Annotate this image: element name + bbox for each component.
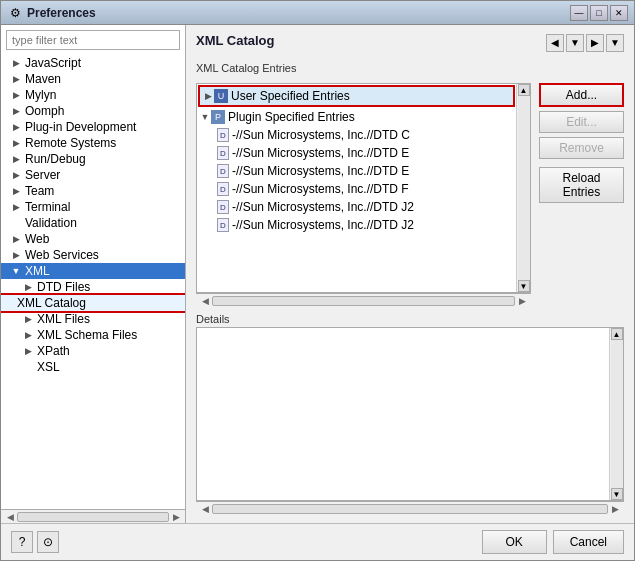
tree-item-mylyn[interactable]: ▶ Mylyn <box>1 87 185 103</box>
tree-item-javascript[interactable]: ▶ JavaScript <box>1 55 185 71</box>
tree-label: XSL <box>35 360 60 374</box>
scroll-right-btn[interactable]: ▶ <box>608 504 622 514</box>
tree-label: Server <box>23 168 60 182</box>
tree-label: XML Catalog <box>15 296 86 310</box>
details-h-track[interactable] <box>212 504 608 514</box>
arrow-icon: ▶ <box>9 170 23 180</box>
tree-item-xsl[interactable]: XSL <box>1 359 185 375</box>
tree-item-server[interactable]: ▶ Server <box>1 167 185 183</box>
scroll-down-btn[interactable]: ▼ <box>611 488 623 500</box>
maximize-button[interactable]: □ <box>590 5 608 21</box>
catalog-dtd-entry-4[interactable]: D -//Sun Microsystems, Inc.//DTD J2 <box>197 198 516 216</box>
arrow-icon: ▼ <box>9 266 23 276</box>
dtd-label: -//Sun Microsystems, Inc.//DTD F <box>232 182 409 196</box>
ok-cancel-buttons: OK Cancel <box>482 530 624 554</box>
scroll-right-btn[interactable]: ▶ <box>169 512 183 522</box>
catalog-and-buttons: ▶ U User Specified Entries ▼ P Plugin Sp… <box>196 83 624 307</box>
arrow-icon: ▶ <box>9 138 23 148</box>
scroll-left-btn[interactable]: ◀ <box>198 504 212 514</box>
arrow-icon: ▶ <box>9 122 23 132</box>
ok-button[interactable]: OK <box>482 530 547 554</box>
dtd-label: -//Sun Microsystems, Inc.//DTD E <box>232 164 409 178</box>
back-button[interactable]: ◀ <box>546 34 564 52</box>
cancel-button[interactable]: Cancel <box>553 530 624 554</box>
scroll-left-btn[interactable]: ◀ <box>198 296 212 306</box>
arrow-icon: ▶ <box>9 186 23 196</box>
catalog-dtd-entry-2[interactable]: D -//Sun Microsystems, Inc.//DTD E <box>197 162 516 180</box>
arrow-icon: ▶ <box>9 234 23 244</box>
tree-item-team[interactable]: ▶ Team <box>1 183 185 199</box>
tree-label: XPath <box>35 344 70 358</box>
filter-input[interactable] <box>6 30 180 50</box>
tree-label: Run/Debug <box>23 152 86 166</box>
arrow-icon: ▶ <box>21 346 35 356</box>
tree-item-xml-catalog[interactable]: XML Catalog <box>1 295 185 311</box>
tree-item-web[interactable]: ▶ Web <box>1 231 185 247</box>
dtd-icon: D <box>217 146 229 160</box>
scroll-right-btn[interactable]: ▶ <box>515 296 529 306</box>
tree-label: XML <box>23 264 50 278</box>
tree-item-xml[interactable]: ▼ XML <box>1 263 185 279</box>
arrow-icon: ▶ <box>9 58 23 68</box>
tree-item-xpath[interactable]: ▶ XPath <box>1 343 185 359</box>
panel-header: XML Catalog ◀ ▼ ▶ ▼ <box>196 33 624 52</box>
tree-item-oomph[interactable]: ▶ Oomph <box>1 103 185 119</box>
catalog-section: ▶ U User Specified Entries ▼ P Plugin Sp… <box>196 83 531 307</box>
catalog-dtd-entry-0[interactable]: D -//Sun Microsystems, Inc.//DTD C <box>197 126 516 144</box>
tree-label: Terminal <box>23 200 70 214</box>
add-button[interactable]: Add... <box>539 83 624 107</box>
tree-item-plugin-dev[interactable]: ▶ Plug-in Development <box>1 119 185 135</box>
details-section: Details ▲ ▼ ◀ ▶ <box>196 313 624 515</box>
tree-item-validation[interactable]: Validation <box>1 215 185 231</box>
details-box: ▲ ▼ <box>196 327 624 501</box>
minimize-button[interactable]: — <box>570 5 588 21</box>
catalog-tree[interactable]: ▶ U User Specified Entries ▼ P Plugin Sp… <box>197 84 516 292</box>
catalog-dtd-entry-3[interactable]: D -//Sun Microsystems, Inc.//DTD F <box>197 180 516 198</box>
remove-button[interactable]: Remove <box>539 137 624 159</box>
dropdown-btn[interactable]: ▼ <box>566 34 584 52</box>
scroll-down-btn[interactable]: ▼ <box>518 280 530 292</box>
catalog-dtd-entry-1[interactable]: D -//Sun Microsystems, Inc.//DTD E <box>197 144 516 162</box>
right-panel: XML Catalog ◀ ▼ ▶ ▼ XML Catalog Entries <box>186 25 634 523</box>
scroll-left-btn[interactable]: ◀ <box>3 512 17 522</box>
details-vscrollbar[interactable]: ▲ ▼ <box>609 328 623 500</box>
tree-item-run-debug[interactable]: ▶ Run/Debug <box>1 151 185 167</box>
arrow-icon: ▶ <box>9 106 23 116</box>
preferences-window: ⚙ Preferences — □ ✕ ▶ JavaScript ▶ Maven <box>0 0 635 561</box>
h-scroll-track[interactable] <box>17 512 169 522</box>
tree-area[interactable]: ▶ JavaScript ▶ Maven ▶ Mylyn ▶ Oomph <box>1 55 185 509</box>
window-controls: — □ ✕ <box>570 5 628 21</box>
catalog-dtd-entry-5[interactable]: D -//Sun Microsystems, Inc.//DTD J2 <box>197 216 516 234</box>
close-button[interactable]: ✕ <box>610 5 628 21</box>
tree-label: XML Files <box>35 312 90 326</box>
scroll-up-btn[interactable]: ▲ <box>611 328 623 340</box>
catalog-user-specified[interactable]: ▶ U User Specified Entries <box>198 85 515 107</box>
tree-item-remote-systems[interactable]: ▶ Remote Systems <box>1 135 185 151</box>
catalog-vscrollbar[interactable]: ▲ ▼ <box>516 84 530 292</box>
dtd-label: -//Sun Microsystems, Inc.//DTD E <box>232 146 409 160</box>
catalog-hscrollbar[interactable]: ◀ ▶ <box>196 293 531 307</box>
tree-item-terminal[interactable]: ▶ Terminal <box>1 199 185 215</box>
catalog-h-track[interactable] <box>212 296 515 306</box>
dtd-icon: D <box>217 218 229 232</box>
left-hscrollbar[interactable]: ◀ ▶ <box>1 509 185 523</box>
reload-button[interactable]: Reload Entries <box>539 167 624 203</box>
dropdown-btn2[interactable]: ▼ <box>606 34 624 52</box>
help-button[interactable]: ? <box>11 531 33 553</box>
catalog-plugin-specified[interactable]: ▼ P Plugin Specified Entries <box>197 108 516 126</box>
tree-item-maven[interactable]: ▶ Maven <box>1 71 185 87</box>
settings-button[interactable]: ⊙ <box>37 531 59 553</box>
dtd-icon: D <box>217 200 229 214</box>
tree-item-dtd-files[interactable]: ▶ DTD Files <box>1 279 185 295</box>
arrow-icon: ▶ <box>21 282 35 292</box>
tree-item-web-services[interactable]: ▶ Web Services <box>1 247 185 263</box>
scroll-up-btn[interactable]: ▲ <box>518 84 530 96</box>
tree-label: Web <box>23 232 49 246</box>
tree-item-xml-files[interactable]: ▶ XML Files <box>1 311 185 327</box>
forward-button[interactable]: ▶ <box>586 34 604 52</box>
help-icon: ? <box>19 535 26 549</box>
user-specified-label: User Specified Entries <box>231 89 350 103</box>
edit-button[interactable]: Edit... <box>539 111 624 133</box>
tree-item-xml-schema-files[interactable]: ▶ XML Schema Files <box>1 327 185 343</box>
details-hscrollbar[interactable]: ◀ ▶ <box>196 501 624 515</box>
